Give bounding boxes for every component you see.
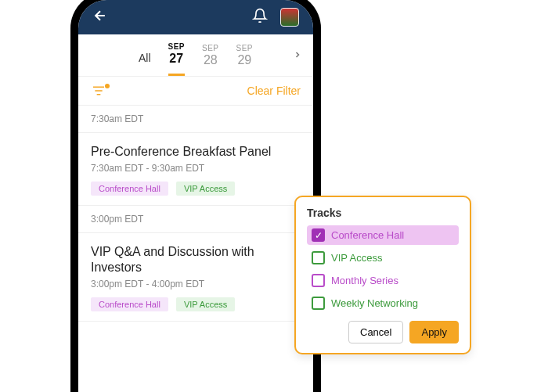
apply-button[interactable]: Apply xyxy=(409,321,459,343)
track-label: Weekly Networking xyxy=(331,297,418,309)
clear-filter-link[interactable]: Clear Filter xyxy=(247,85,301,97)
tab-month: SEP xyxy=(168,42,186,51)
avatar[interactable] xyxy=(280,8,299,27)
filter-icon[interactable] xyxy=(91,85,106,96)
tracks-title: Tracks xyxy=(307,207,459,219)
checkbox-icon xyxy=(312,274,325,287)
tab-all[interactable]: All xyxy=(139,47,151,72)
filter-bar: Clear Filter xyxy=(78,77,313,106)
tab-day: 27 xyxy=(168,52,186,66)
session-time: 3:00pm EDT - 4:00pm EDT xyxy=(91,279,301,290)
app-header xyxy=(78,0,313,34)
session-title: VIP Q&A and Discussion with Investors xyxy=(91,244,301,275)
track-label: Monthly Series xyxy=(331,275,398,286)
session-item[interactable]: Pre-Conference Breakfast Panel 7:30am ED… xyxy=(78,133,313,206)
chevron-right-icon[interactable] xyxy=(293,49,302,63)
session-tags: Conference Hall VIP Access xyxy=(91,297,301,311)
filter-active-dot xyxy=(105,84,110,88)
tag-conference-hall: Conference Hall xyxy=(91,297,168,311)
checkbox-icon xyxy=(312,297,325,310)
time-header: 3:00pm EDT xyxy=(78,206,313,233)
tab-date-28[interactable]: SEP 28 xyxy=(202,44,219,75)
checkbox-icon xyxy=(312,251,325,264)
session-item[interactable]: VIP Q&A and Discussion with Investors 3:… xyxy=(78,233,313,322)
track-label: VIP Access xyxy=(331,252,383,264)
track-option-conference-hall[interactable]: Conference Hall xyxy=(307,225,459,245)
tab-day: 29 xyxy=(236,53,254,67)
track-option-monthly-series[interactable]: Monthly Series xyxy=(307,271,459,290)
tab-date-27[interactable]: SEP 27 xyxy=(168,42,186,76)
tracks-filter-panel: Tracks Conference Hall VIP Access Monthl… xyxy=(294,196,471,354)
tag-vip-access: VIP Access xyxy=(176,182,235,196)
tab-day: 28 xyxy=(202,53,219,67)
tab-date-29[interactable]: SEP 29 xyxy=(236,44,254,75)
tag-conference-hall: Conference Hall xyxy=(91,182,168,196)
tracks-actions: Cancel Apply xyxy=(307,321,459,343)
phone-frame: All SEP 27 SEP 28 SEP 29 Clear Filter 7:… xyxy=(78,0,313,392)
cancel-button[interactable]: Cancel xyxy=(348,321,403,343)
session-tags: Conference Hall VIP Access xyxy=(91,182,301,196)
track-option-vip-access[interactable]: VIP Access xyxy=(307,248,459,268)
back-icon[interactable] xyxy=(92,8,108,27)
tag-vip-access: VIP Access xyxy=(176,297,235,311)
tab-month: SEP xyxy=(236,44,254,52)
session-time: 7:30am EDT - 9:30am EDT xyxy=(91,163,301,174)
session-title: Pre-Conference Breakfast Panel xyxy=(91,144,301,160)
date-tabs: All SEP 27 SEP 28 SEP 29 xyxy=(78,34,313,77)
notifications-icon[interactable] xyxy=(252,8,268,27)
track-option-weekly-networking[interactable]: Weekly Networking xyxy=(307,293,459,313)
track-label: Conference Hall xyxy=(331,229,404,241)
time-header: 7:30am EDT xyxy=(78,106,313,133)
tab-month: SEP xyxy=(202,44,219,52)
checkbox-icon xyxy=(312,228,325,242)
